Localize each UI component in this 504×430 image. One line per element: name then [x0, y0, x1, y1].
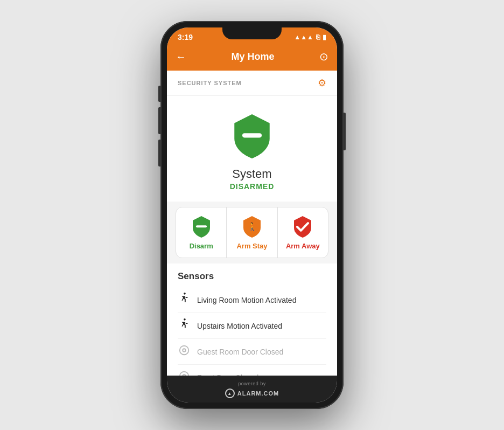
- phone-screen: 3:19 ▲▲▲ ⎘ ▮ ← My Home ⊙ SECURITY SYSTEM…: [167, 27, 337, 403]
- sensor-upstairs-text: Upstairs Motion Activated: [197, 322, 282, 330]
- svg-point-3: [180, 346, 189, 355]
- menu-button[interactable]: ⊙: [319, 50, 328, 63]
- door-icon-front-door: [178, 370, 191, 376]
- svg-rect-0: [242, 133, 262, 137]
- alarm-logo-icon: ▲: [225, 389, 235, 398]
- shield-area: System DISARMED: [167, 96, 337, 202]
- powered-by-label: powered by: [238, 381, 266, 386]
- door-icon-guest-room: [178, 344, 191, 359]
- alarm-brand-name: ALARM.COM: [237, 390, 279, 397]
- disarm-shield-icon: [190, 215, 213, 239]
- svg-text:🚶: 🚶: [247, 221, 257, 232]
- sensors-section: Sensors Living Room Motion Activated: [167, 263, 337, 376]
- status-time: 3:19: [178, 33, 193, 41]
- arm-stay-label: Arm Stay: [236, 242, 267, 250]
- motion-icon-upstairs: [178, 318, 191, 333]
- signal-icon: ▲▲▲: [294, 33, 313, 41]
- arm-away-button[interactable]: Arm Away: [278, 207, 328, 258]
- phone-frame: 3:19 ▲▲▲ ⎘ ▮ ← My Home ⊙ SECURITY SYSTEM…: [160, 21, 344, 409]
- footer-bar: powered by ▲ ALARM.COM: [167, 376, 337, 403]
- alarm-logo: ▲ ALARM.COM: [225, 389, 279, 398]
- security-section-label: SECURITY SYSTEM: [178, 80, 242, 86]
- arm-buttons-container: Disarm 🚶 Arm Stay Arm Away: [176, 207, 328, 258]
- wifi-icon: ⎘: [316, 33, 320, 41]
- shield-icon: [228, 112, 276, 161]
- sensor-living-room-text: Living Room Motion Activated: [197, 296, 296, 304]
- disarm-button[interactable]: Disarm: [176, 207, 227, 258]
- sensor-upstairs: Upstairs Motion Activated: [178, 313, 326, 339]
- header-title: My Home: [231, 51, 274, 63]
- phone-side-btn-vol-down: [158, 140, 160, 167]
- arm-away-label: Arm Away: [286, 242, 320, 250]
- back-button[interactable]: ←: [176, 51, 186, 63]
- security-system-header: SECURITY SYSTEM ⚙: [167, 71, 337, 96]
- content-area: SECURITY SYSTEM ⚙ System DISARMED: [167, 71, 337, 376]
- sensors-title: Sensors: [178, 271, 326, 282]
- system-label: System: [232, 167, 271, 181]
- arm-stay-button[interactable]: 🚶 Arm Stay: [227, 207, 277, 258]
- arm-stay-shield-icon: 🚶: [240, 215, 264, 239]
- phone-notch: [222, 27, 282, 39]
- disarm-label: Disarm: [190, 242, 213, 250]
- svg-point-4: [183, 349, 186, 352]
- phone-side-btn: [158, 86, 160, 102]
- motion-icon-living-room: [178, 293, 191, 307]
- app-header: ← My Home ⊙: [167, 45, 337, 71]
- svg-rect-1: [196, 225, 207, 227]
- system-status: DISARMED: [230, 182, 275, 191]
- sensor-guest-room-text: Guest Room Door Closed: [197, 348, 283, 356]
- status-icons: ▲▲▲ ⎘ ▮: [294, 33, 326, 41]
- sensor-living-room: Living Room Motion Activated: [178, 287, 326, 313]
- sensor-front-door: Front Door Closed: [178, 365, 326, 376]
- phone-side-btn-vol-up: [158, 107, 160, 134]
- battery-icon: ▮: [323, 33, 326, 41]
- sensor-guest-room: Guest Room Door Closed: [178, 339, 326, 365]
- phone-side-btn-power: [344, 113, 346, 150]
- arm-away-shield-icon: [291, 215, 314, 239]
- settings-gear-icon[interactable]: ⚙: [318, 77, 326, 89]
